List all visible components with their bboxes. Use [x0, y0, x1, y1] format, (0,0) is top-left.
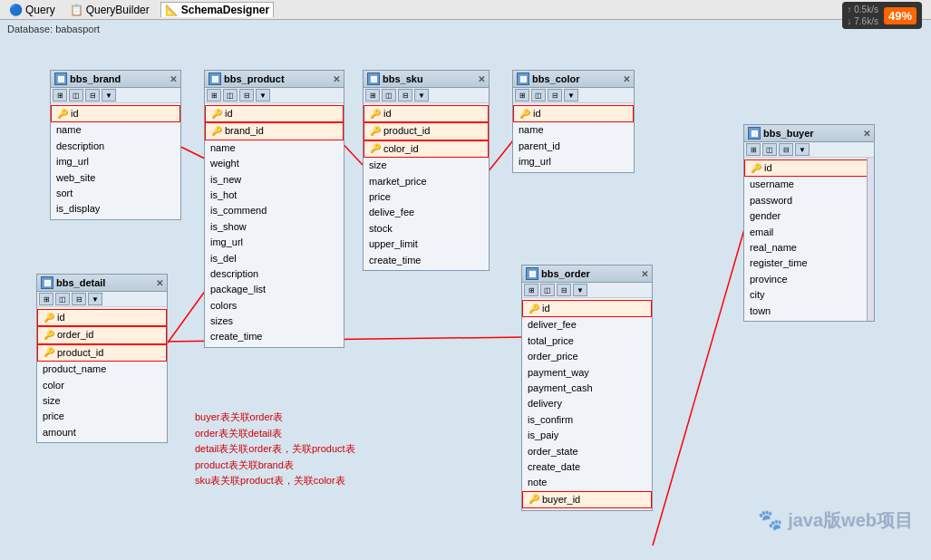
table-header-bbs-buyer: ▦ bbs_buyer ✕ — [744, 125, 874, 142]
tab-schemadesigner[interactable]: 📐 SchemaDesigner — [160, 2, 274, 17]
close-icon[interactable]: ✕ — [478, 74, 485, 84]
toolbar-btn-3[interactable]: ⊟ — [239, 89, 254, 101]
field-row: size — [364, 158, 489, 173]
toolbar-btn-1[interactable]: ⊞ — [207, 89, 221, 101]
toolbar-btn-4[interactable]: ▼ — [88, 293, 102, 305]
field-row: 🔑 id — [205, 105, 344, 122]
toolbar-btn-3[interactable]: ⊟ — [557, 284, 571, 296]
key-icon: 🔑 — [44, 346, 54, 359]
close-icon[interactable]: ✕ — [623, 74, 630, 84]
toolbar-btn-4[interactable]: ▼ — [414, 89, 429, 101]
toolbar-btn-4[interactable]: ▼ — [795, 143, 810, 156]
field-row: gender — [744, 208, 874, 224]
table-toolbar: ⊞ ◫ ⊟ ▼ — [51, 88, 180, 103]
table-toolbar: ⊞ ◫ ⊟ ▼ — [513, 88, 634, 103]
field-row: price — [37, 409, 167, 424]
annotation-text: buyer表关联order表 order表关联detail表 detail表关联… — [195, 410, 355, 489]
field-row: is_paiy — [522, 428, 652, 443]
field-row: note — [522, 475, 652, 490]
field-row: market_price — [364, 174, 489, 189]
table-header-bbs-order: ▦ bbs_order ✕ — [522, 266, 652, 283]
table-fields: 🔑 id 🔑 brand_id name weight is_new is_ho… — [205, 103, 344, 347]
table-header-bbs-product: ▦ bbs_product ✕ — [205, 71, 344, 88]
toolbar-btn-3[interactable]: ⊟ — [85, 89, 100, 101]
field-row: is_del — [205, 251, 344, 266]
field-row: payment_way — [522, 365, 652, 381]
field-row: is_commend — [205, 203, 344, 218]
schemadesigner-icon: 📐 — [165, 4, 179, 16]
table-toolbar: ⊞ ◫ ⊟ ▼ — [205, 88, 344, 103]
toolbar-btn-2[interactable]: ◫ — [382, 89, 396, 101]
table-header-bbs-detail: ▦ bbs_detail ✕ — [37, 275, 167, 292]
close-icon[interactable]: ✕ — [863, 129, 870, 139]
toolbar-btn-2[interactable]: ◫ — [69, 89, 83, 101]
table-icon: ▦ — [41, 276, 53, 289]
table-bbs-detail: ▦ bbs_detail ✕ ⊞ ◫ ⊟ ▼ 🔑 id 🔑 order_id 🔑… — [36, 274, 168, 443]
toolbar-btn-4[interactable]: ▼ — [564, 89, 578, 101]
toolbar-btn-4[interactable]: ▼ — [256, 89, 270, 101]
field-row: real_name — [744, 240, 874, 256]
toolbar-btn-2[interactable]: ◫ — [55, 293, 70, 305]
toolbar-btn-1[interactable]: ⊞ — [524, 284, 538, 296]
toolbar-btn-3[interactable]: ⊟ — [779, 143, 793, 156]
field-row: 🔑 product_id — [37, 344, 167, 362]
field-row: 🔑 id — [513, 105, 634, 122]
toolbar-btn-1[interactable]: ⊞ — [39, 293, 53, 305]
field-row: 🔑 product_id — [364, 122, 489, 140]
field-row: password — [744, 193, 874, 208]
toolbar-btn-1[interactable]: ⊞ — [515, 89, 529, 101]
toolbar-btn-2[interactable]: ◫ — [223, 89, 238, 101]
table-toolbar: ⊞ ◫ ⊟ ▼ — [522, 283, 652, 298]
field-row: sort — [51, 186, 180, 201]
table-fields: 🔑 id name parent_id img_url — [513, 103, 634, 172]
field-row: payment_cash — [522, 381, 652, 396]
field-row: colors — [205, 298, 344, 314]
toolbar-btn-1[interactable]: ⊞ — [365, 89, 380, 101]
field-row: 🔑 id — [364, 105, 489, 122]
table-toolbar: ⊞ ◫ ⊟ ▼ — [364, 88, 489, 103]
toolbar-btn-2[interactable]: ◫ — [762, 143, 777, 156]
field-row: 🔑 color_id — [364, 140, 489, 158]
scrollbar[interactable] — [867, 158, 874, 321]
key-icon: 🔑 — [370, 108, 381, 121]
querybuilder-icon: 📋 — [70, 4, 83, 16]
db-label: Database: babasport — [0, 20, 931, 38]
key-icon: 🔑 — [44, 312, 54, 324]
field-row: price — [364, 189, 489, 205]
close-icon[interactable]: ✕ — [641, 269, 648, 279]
close-icon[interactable]: ✕ — [170, 74, 177, 84]
tab-querybuilder[interactable]: 📋 QueryBuilder — [66, 3, 153, 17]
table-fields: 🔑 id username password gender email real… — [744, 158, 874, 321]
field-row: product_name — [37, 362, 167, 377]
toolbar-btn-1[interactable]: ⊞ — [746, 143, 761, 156]
field-row: 🔑 id — [744, 159, 874, 177]
toolbar-btn-3[interactable]: ⊟ — [548, 89, 562, 101]
table-icon: ▦ — [748, 127, 761, 140]
field-row: province — [744, 272, 874, 287]
svg-line-5 — [653, 201, 752, 546]
table-header-bbs-brand: ▦ bbs_brand ✕ — [51, 71, 180, 88]
close-icon[interactable]: ✕ — [333, 74, 340, 84]
field-row: package_list — [205, 282, 344, 297]
toolbar-btn-2[interactable]: ◫ — [531, 89, 546, 101]
toolbar-btn-3[interactable]: ⊟ — [72, 293, 86, 305]
field-row: register_time — [744, 256, 874, 271]
close-icon[interactable]: ✕ — [156, 278, 163, 288]
table-icon: ▦ — [367, 72, 380, 85]
table-fields: 🔑 id 🔑 product_id 🔑 color_id size market… — [364, 103, 489, 270]
field-row: create_date — [522, 459, 652, 475]
toolbar-btn-2[interactable]: ◫ — [540, 284, 555, 296]
tab-query[interactable]: 🔵 Query — [5, 3, 59, 17]
key-icon: 🔑 — [211, 125, 222, 138]
field-row: is_confirm — [522, 412, 652, 428]
field-row: username — [744, 177, 874, 192]
toolbar-btn-1[interactable]: ⊞ — [53, 89, 67, 101]
toolbar-btn-3[interactable]: ⊟ — [398, 89, 412, 101]
toolbar-btn-4[interactable]: ▼ — [102, 89, 116, 101]
toolbar-btn-4[interactable]: ▼ — [573, 284, 587, 296]
field-row: town — [744, 304, 874, 319]
field-row: name — [51, 122, 180, 138]
key-icon: 🔑 — [57, 108, 68, 121]
field-row: 🔑 brand_id — [205, 122, 344, 140]
field-row: name — [513, 122, 634, 138]
